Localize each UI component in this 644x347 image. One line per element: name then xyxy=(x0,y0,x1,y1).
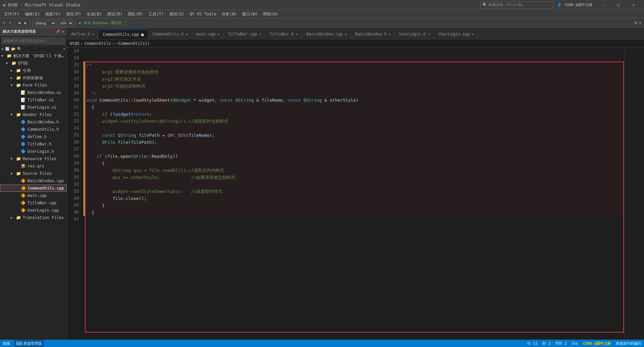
tree-item-UserLogin-cpp[interactable]: 🔶UserLogin.cpp xyxy=(0,207,67,214)
tree-item-Translation-Files[interactable]: ▶📁Translation Files xyxy=(0,214,67,221)
menu-qt[interactable]: Qt VS Tools xyxy=(187,10,219,18)
tree-icon: 🔷 xyxy=(21,134,26,139)
tab-close[interactable]: ✕ xyxy=(92,32,95,36)
quick-search[interactable]: 🔍 快速启动 (Ctrl+Q) xyxy=(480,1,554,9)
run-button[interactable]: ▶ 本地 Windows 调试器 xyxy=(78,20,123,26)
code-content[interactable]: −/* arg1:需要设置样式表的部件 arg2:样式表文件名 arg3:可选的… xyxy=(85,47,624,340)
menu-build[interactable]: 生成(B) xyxy=(84,10,105,18)
tab-UserLogin-cpp[interactable]: UserLogin.cpp✕ xyxy=(434,29,478,39)
tree-label: QTQQ xyxy=(18,61,28,66)
sidebar-tool-1[interactable]: ⚙ xyxy=(1,47,4,51)
tree-item-TitleBar-h[interactable]: 🔷TitleBar.h xyxy=(0,140,67,148)
tree-item-Form-Files[interactable]: ▼📁Form Files xyxy=(0,82,67,89)
menu-tools[interactable]: 工具(T) xyxy=(146,10,167,18)
menu-file[interactable]: 文件(F) xyxy=(1,10,22,18)
sidebar-close[interactable]: ✕ xyxy=(62,29,64,34)
menu-debug[interactable]: 调试(D) xyxy=(104,10,125,18)
menu-team[interactable]: 团队(M) xyxy=(125,10,146,18)
tree-item-BasicWindow-h[interactable]: 🔷BasicWindow.h xyxy=(0,118,67,126)
gutter-marker-29 xyxy=(84,160,85,167)
tree-item-Source-Files[interactable]: ▼📁Source Files xyxy=(0,170,67,177)
tree-icon: 🔷 xyxy=(21,149,26,154)
code-text-26: QFile file(filePath); xyxy=(92,139,157,146)
tree-item-UserLogin-ui[interactable]: 📝UserLogin.ui xyxy=(0,104,67,111)
gutter-marker-31 xyxy=(84,174,85,181)
menu-window[interactable]: 窗口(W) xyxy=(239,10,260,18)
tab-close[interactable]: ● xyxy=(141,32,144,37)
tree-icon: 📁 xyxy=(16,76,21,80)
tab-close[interactable]: ✕ xyxy=(259,32,261,36)
tree-icon: 📁 xyxy=(16,68,21,73)
tab-BasicWindow-h[interactable]: BasicWindow.h✕ xyxy=(351,29,395,39)
tree-item-res-qrc[interactable]: 📦res.qrc xyxy=(0,162,67,170)
tree-item-BasicWindow-ui[interactable]: 📝BasicWindow.ui xyxy=(0,89,67,96)
tab-BasicWindow-cpp[interactable]: BasicWindow.cpp✕ xyxy=(302,29,351,39)
toolbar-redo[interactable]: ↪ xyxy=(8,20,13,26)
sidebar-tool-4[interactable]: 🔍 xyxy=(17,47,22,51)
platform-select[interactable]: x64 x86 xyxy=(58,20,74,26)
code-line-30: QString qss = file.readAll();//读取文件内样式 xyxy=(86,167,623,174)
tree-item-------QtQQ--------[interactable]: ▼📁解决方案 'QtQQ'(1 个项目) xyxy=(0,52,67,60)
gutter-marker-16 xyxy=(84,69,85,76)
tab-close[interactable]: ✕ xyxy=(218,32,220,36)
tab-close[interactable]: ✕ xyxy=(428,32,430,36)
code-line-20: −void CommonUtils::loadStyleSheet(QWidge… xyxy=(86,97,623,104)
menu-test[interactable]: 测试(S) xyxy=(167,10,187,18)
tree-item-define-h[interactable]: 🔷define.h xyxy=(0,133,67,140)
tree-item-TitleBar-cpp[interactable]: 🔶TitleBar.cpp xyxy=(0,199,67,207)
toolbar-undo[interactable]: ↩ xyxy=(1,20,6,26)
tree-icon: 📝 xyxy=(21,105,26,110)
menu-analyze[interactable]: 分析(N) xyxy=(219,10,240,18)
menu-view[interactable]: 视图(V) xyxy=(42,10,63,18)
menu-edit[interactable]: 编辑(E) xyxy=(22,10,43,18)
tree-item-BasicWindow-cpp[interactable]: 🔶BasicWindow.cpp xyxy=(0,177,67,185)
close-btn[interactable]: ✕ xyxy=(626,0,641,10)
code-line-17: arg2:样式表文件名 xyxy=(86,76,623,83)
code-line-16: arg1:需要设置样式表的部件 xyxy=(86,69,623,76)
tree-item-UserLogin-h[interactable]: 🔷UserLogin.h xyxy=(0,148,67,155)
tree-item-Header-Files[interactable]: ▼📁Header Files xyxy=(0,111,67,118)
minimize-btn[interactable]: — xyxy=(595,0,611,10)
status-tab1[interactable]: 团队资源管理器 xyxy=(14,340,44,347)
tab-close[interactable]: ✕ xyxy=(472,32,474,36)
maximize-btn[interactable]: □ xyxy=(611,0,626,10)
tree-item-QTQQ[interactable]: ▼📁QTQQ xyxy=(0,60,67,67)
tab-CommonUtils-h[interactable]: CommonUtils.h✕ xyxy=(148,29,192,39)
sidebar-tool-2[interactable]: 🔄 xyxy=(5,47,10,51)
tree-label: TitleBar.ui xyxy=(27,98,54,102)
tree-item-CommonUtils-cpp[interactable]: 🔶CommonUtils.cpp xyxy=(0,185,67,192)
tab-TitleBar-cpp[interactable]: TitleBar.cpp✕ xyxy=(224,29,265,39)
tab-close[interactable]: ✕ xyxy=(186,32,188,36)
tree-item-CommonUtils-h[interactable]: 🔷CommonUtils.h xyxy=(0,126,67,133)
tree-item-Resource-Files[interactable]: ▼📁Resource Files xyxy=(0,155,67,162)
line-num-19: 19 xyxy=(67,90,81,97)
line-num-18: 18 xyxy=(67,83,81,90)
sidebar-tool-5[interactable]: ▾ xyxy=(63,47,65,51)
tab-UserLogin-h[interactable]: UserLogin.h✕ xyxy=(395,29,434,39)
tree-arrow: ▼ xyxy=(11,157,16,160)
sidebar-tool-3[interactable]: 📂 xyxy=(11,47,16,51)
tab-close[interactable]: ✕ xyxy=(389,32,391,36)
tree-item-main-cpp[interactable]: 🔶main.cpp xyxy=(0,192,67,199)
tree-item-TitleBar-ui[interactable]: 📝TitleBar.ui xyxy=(0,96,67,104)
tree-item---[interactable]: ▶📁引用 xyxy=(0,67,67,74)
sidebar-pin[interactable]: 📌 xyxy=(56,29,60,34)
menu-help[interactable]: 帮助(H) xyxy=(260,10,281,18)
tab-close[interactable]: ✕ xyxy=(296,32,298,36)
toolbar-back[interactable]: ◀ xyxy=(17,20,22,26)
tab-close[interactable]: ✕ xyxy=(345,32,347,36)
tab-TitleBar-h[interactable]: TitleBar.h✕ xyxy=(266,29,303,39)
tree-icon: 🔶 xyxy=(21,208,26,213)
code-line-21: { xyxy=(86,104,623,111)
line-num-25: 25 xyxy=(67,132,81,139)
toolbar-extra[interactable]: ⚙ ▾ xyxy=(633,20,643,26)
sidebar-search-input[interactable] xyxy=(1,37,65,44)
menu-project[interactable]: 项目(P) xyxy=(63,10,84,18)
tree-item------[interactable]: ▶📁外部依赖项 xyxy=(0,74,67,82)
tab-main-cpp[interactable]: main.cpp✕ xyxy=(192,29,224,39)
tab-CommonUtils-cpp[interactable]: CommonUtils.cpp● xyxy=(99,29,148,39)
toolbar-forward[interactable]: ▶ xyxy=(23,20,28,26)
tab-define-h[interactable]: define.h✕ xyxy=(67,29,99,39)
line-num-33: 33 xyxy=(67,188,81,195)
config-select[interactable]: Debug Release xyxy=(32,20,56,26)
